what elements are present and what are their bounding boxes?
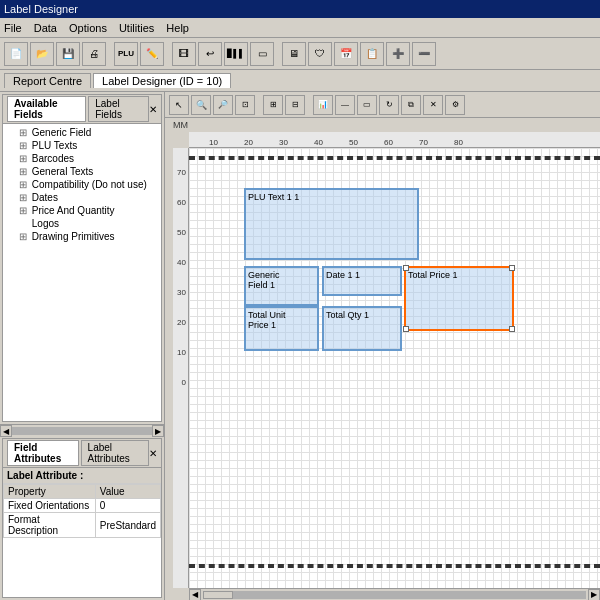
monitor-button[interactable]: 🖥 — [282, 42, 306, 66]
tree-generic-field[interactable]: ⊞ Generic Field — [5, 126, 159, 139]
fields-header: Available Fields Label Fields ✕ — [3, 95, 161, 124]
resize-handle-bl[interactable] — [403, 326, 409, 332]
label-total-qty[interactable]: Total Qty 1 — [322, 306, 402, 351]
open-button[interactable]: 📂 — [30, 42, 54, 66]
label-plu-text[interactable]: PLU Text 1 1 — [244, 188, 419, 260]
rect-tool[interactable]: ▭ — [357, 95, 377, 115]
tree-barcodes[interactable]: ⊞ Barcodes — [5, 152, 159, 165]
canvas-hscroll-left[interactable]: ◀ — [189, 589, 201, 601]
label-total-price-label: Total Price 1 — [408, 270, 458, 280]
print-button[interactable]: 🖨 — [82, 42, 106, 66]
canvas-hscroll-thumb[interactable] — [203, 591, 233, 599]
attr-row-1: Format Description PreStandard — [4, 513, 161, 538]
ruler-v-tick-6: 10 — [173, 348, 188, 357]
title-text: Label Designer — [4, 3, 78, 15]
minus-button[interactable]: ➖ — [412, 42, 436, 66]
film-button[interactable]: 🎞 — [172, 42, 196, 66]
canvas-area: ↖ 🔍 🔎 ⊡ ⊞ ⊟ 📊 — ▭ ↻ ⧉ ✕ ⚙ MM 10 20 30 40 — [165, 92, 600, 600]
canvas-hscroll-track[interactable] — [203, 591, 586, 599]
menu-bar: File Data Options Utilities Help — [0, 18, 600, 38]
attr-property-0: Fixed Orientations — [4, 499, 96, 513]
tab-field-attributes[interactable]: Field Attributes — [7, 440, 79, 466]
attr-tabs: Field Attributes Label Attributes — [7, 440, 149, 466]
ruler-v-tick-3: 40 — [173, 258, 188, 267]
doc-button[interactable]: 📋 — [360, 42, 384, 66]
menu-utilities[interactable]: Utilities — [119, 22, 154, 34]
ruler-v-tick-0: 70 — [173, 168, 188, 177]
label-date[interactable]: Date 1 1 — [322, 266, 402, 296]
canvas-wrapper: MM 10 20 30 40 50 60 70 80 70 60 50 40 3… — [165, 118, 600, 600]
menu-options[interactable]: Options — [69, 22, 107, 34]
delete-tool[interactable]: ✕ — [423, 95, 443, 115]
label-generic-field[interactable]: GenericField 1 — [244, 266, 319, 306]
tree-price-qty[interactable]: ⊞ Price And Quantity — [5, 204, 159, 217]
menu-help[interactable]: Help — [166, 22, 189, 34]
attr-close-icon[interactable]: ✕ — [149, 448, 157, 459]
grid-tool[interactable]: ⊞ — [263, 95, 283, 115]
resize-handle-tr[interactable] — [509, 265, 515, 271]
canvas-hscroll-right[interactable]: ▶ — [588, 589, 600, 601]
barcode-button[interactable]: ▊▌▌ — [224, 42, 248, 66]
dotted-region-bottom — [189, 564, 600, 568]
fields-close-icon[interactable]: ✕ — [149, 104, 157, 115]
drawing-area[interactable]: PLU Text 1 1 GenericField 1 Date 1 1 Tot… — [189, 148, 600, 588]
tab-available-fields[interactable]: Available Fields — [7, 96, 86, 122]
resize-handle-tl[interactable] — [403, 265, 409, 271]
plu-button[interactable]: PLU — [114, 42, 138, 66]
tree-dates[interactable]: ⊞ Dates — [5, 191, 159, 204]
tab-bar: Report Centre Label Designer (ID = 10) — [0, 70, 600, 92]
dotted-region-top — [189, 156, 600, 160]
rotate-tool[interactable]: ↻ — [379, 95, 399, 115]
fields-hscroll: ◀ ▶ — [0, 424, 164, 436]
zoom-in-tool[interactable]: 🔍 — [191, 95, 211, 115]
tab-label-fields[interactable]: Label Fields — [88, 96, 149, 122]
copy-tool[interactable]: ⧉ — [401, 95, 421, 115]
hscroll-right[interactable]: ▶ — [152, 425, 164, 437]
align-left-tool[interactable]: ⊟ — [285, 95, 305, 115]
chart-tool[interactable]: 📊 — [313, 95, 333, 115]
label-total-qty-label: Total Qty 1 — [326, 310, 369, 320]
ruler-v-tick-7: 0 — [173, 378, 188, 387]
calendar-button[interactable]: 📅 — [334, 42, 358, 66]
tree-compatibility[interactable]: ⊞ Compatibility (Do not use) — [5, 178, 159, 191]
hscroll-left[interactable]: ◀ — [0, 425, 12, 437]
shield-button[interactable]: 🛡 — [308, 42, 332, 66]
tree-drawing-prim[interactable]: ⊞ Drawing Primitives — [5, 230, 159, 243]
tree-logos[interactable]: Logos — [5, 217, 159, 230]
ruler-v-tick-1: 60 — [173, 198, 188, 207]
edit-button[interactable]: ✏️ — [140, 42, 164, 66]
label-date-label: Date 1 1 — [326, 270, 360, 280]
main-toolbar: 📄 📂 💾 🖨 PLU ✏️ 🎞 ↩ ▊▌▌ ▭ 🖥 🛡 📅 📋 ➕ ➖ — [0, 38, 600, 70]
zoom-out-tool[interactable]: 🔎 — [213, 95, 233, 115]
label-total-price[interactable]: Total Price 1 — [404, 266, 514, 331]
attr-value-0: 0 — [95, 499, 160, 513]
tree-plu-texts[interactable]: ⊞ PLU Texts — [5, 139, 159, 152]
plus-button[interactable]: ➕ — [386, 42, 410, 66]
tab-label-designer[interactable]: Label Designer (ID = 10) — [93, 73, 231, 88]
resize-handle-br[interactable] — [509, 326, 515, 332]
attr-value-1: PreStandard — [95, 513, 160, 538]
undo-button[interactable]: ↩ — [198, 42, 222, 66]
save-button[interactable]: 💾 — [56, 42, 80, 66]
line-tool[interactable]: — — [335, 95, 355, 115]
select-tool[interactable]: ↖ — [169, 95, 189, 115]
zoom-fit-tool[interactable]: ⊡ — [235, 95, 255, 115]
ruler-v-tick-2: 50 — [173, 228, 188, 237]
main-content: Available Fields Label Fields ✕ ⊞ Generi… — [0, 92, 600, 600]
label-total-unit-price-label: Total UnitPrice 1 — [248, 310, 286, 330]
tree-general-texts[interactable]: ⊞ General Texts — [5, 165, 159, 178]
fields-section: Available Fields Label Fields ✕ ⊞ Generi… — [2, 94, 162, 422]
attributes-section: Field Attributes Label Attributes ✕ Labe… — [2, 438, 162, 598]
new-button[interactable]: 📄 — [4, 42, 28, 66]
tab-label-attributes[interactable]: Label Attributes — [81, 440, 149, 466]
ruler-h-tick-2: 30 — [279, 138, 288, 147]
menu-data[interactable]: Data — [34, 22, 57, 34]
ruler-h-tick-1: 20 — [244, 138, 253, 147]
label-total-unit-price[interactable]: Total UnitPrice 1 — [244, 306, 319, 351]
hscroll-track[interactable] — [12, 427, 152, 435]
tool1-button[interactable]: ▭ — [250, 42, 274, 66]
tab-report-centre[interactable]: Report Centre — [4, 73, 91, 88]
prop-tool[interactable]: ⚙ — [445, 95, 465, 115]
ruler-v-tick-4: 30 — [173, 288, 188, 297]
menu-file[interactable]: File — [4, 22, 22, 34]
